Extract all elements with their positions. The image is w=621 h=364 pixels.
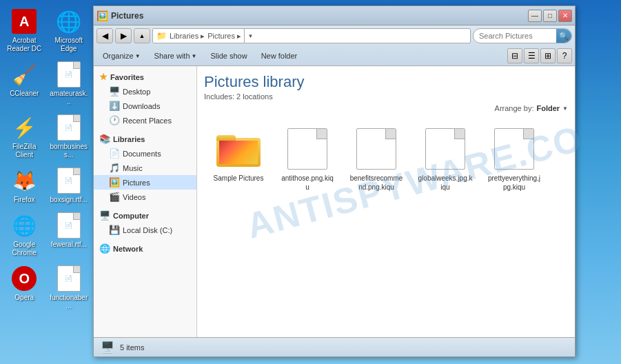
- desktop: A Acrobat Reader DC 🌐 Microsoft Edge 🧹 C…: [0, 0, 93, 364]
- address-bar-icon: 📁: [156, 31, 167, 41]
- desktop-icon-chrome[interactable]: 🌐 Google Chrome: [3, 210, 45, 260]
- file-item-sample-pictures[interactable]: Sample Pictures: [207, 123, 269, 195]
- file-item-antithose[interactable]: antithose.png.kiqu: [276, 123, 338, 195]
- desktop-icon-bornbusiness[interactable]: 📄 bornbusiness...: [48, 112, 90, 162]
- feweral-icon: 📄: [56, 212, 82, 239]
- library-subtitle: Includes: 2 locations: [204, 92, 568, 101]
- filezilla-label: FileZilla Client: [5, 143, 44, 159]
- view-details-button[interactable]: ☰: [524, 48, 539, 63]
- desktop-icon-ccleaner[interactable]: 🧹 CCleaner: [3, 59, 45, 109]
- desktop-icon-boxsign[interactable]: 📄 boxsign.rtf...: [48, 165, 90, 207]
- feweral-label: feweral.rtf...: [51, 241, 87, 249]
- sidebar-item-documents[interactable]: 📄 Documents: [94, 146, 196, 161]
- favorites-header[interactable]: ★ Favorites: [94, 70, 196, 84]
- sidebar-recent-label: Recent Places: [123, 117, 172, 125]
- chrome-icon: 🌐: [11, 212, 37, 239]
- share-with-button[interactable]: Share with ▼: [148, 50, 203, 62]
- window-icon: 🖼️: [96, 10, 108, 21]
- new-folder-button[interactable]: New folder: [255, 50, 304, 62]
- desktop-icon-acrobat[interactable]: A Acrobat Reader DC: [3, 6, 45, 56]
- view-small-icon-button[interactable]: ⊟: [507, 48, 522, 63]
- address-bar[interactable]: 📁 Libraries ▸ Pictures ▸ ▼: [152, 28, 471, 43]
- file-item-benefitsrecommend[interactable]: benefitsrecommend.png.kiqu: [345, 123, 407, 195]
- antithose-label: antithose.png.kiqu: [280, 174, 335, 192]
- boxsign-icon: 📄: [56, 168, 82, 194]
- sidebar-item-localc[interactable]: 💾 Local Disk (C:): [94, 223, 196, 237]
- pictures-nav-icon: 🖼️: [109, 177, 120, 188]
- view-large-icon-button[interactable]: ⊞: [540, 48, 556, 63]
- search-area: 🔍: [473, 28, 572, 43]
- benefitsrecommend-file-icon: [352, 126, 400, 171]
- functionaber-icon: 📄: [56, 265, 82, 292]
- search-input[interactable]: [474, 32, 556, 40]
- bornbusiness-icon: 📄: [56, 114, 82, 141]
- prettyeverything-label: prettyeverything.jpg.kiqu: [487, 174, 542, 192]
- desktop-icon-firefox[interactable]: 🦊 Firefox: [3, 165, 45, 207]
- arrange-by-value[interactable]: Folder: [536, 104, 560, 112]
- file-item-globalweeks[interactable]: globalweeks.jpg.kiqu: [414, 123, 476, 195]
- sidebar: ★ Favorites 🖥️ Desktop ⬇️ Downloads 🕐 Re…: [94, 66, 197, 337]
- generic-file-pretty: [494, 128, 534, 170]
- desktop-icon-feweral[interactable]: 📄 feweral.rtf...: [48, 210, 90, 260]
- sidebar-item-music[interactable]: 🎵 Music: [94, 161, 196, 175]
- forward-button[interactable]: ▶: [115, 28, 132, 43]
- maximize-button[interactable]: □: [543, 10, 557, 22]
- address-pictures: Pictures ▸: [207, 32, 241, 41]
- favorites-label: Favorites: [110, 73, 144, 81]
- sidebar-pictures-label: Pictures: [123, 179, 150, 187]
- up-button[interactable]: ▲: [134, 28, 150, 43]
- acrobat-icon: A: [11, 8, 37, 34]
- sample-pictures-label: Sample Pictures: [214, 174, 264, 183]
- opera-icon: O: [11, 265, 37, 292]
- amateurask-label: amateurask...: [50, 90, 89, 106]
- slide-show-label: Slide show: [210, 52, 247, 60]
- network-header[interactable]: 🌐 Network: [94, 241, 196, 256]
- organize-dropdown-icon: ▼: [135, 53, 141, 59]
- generic-file-global: [425, 128, 465, 170]
- arrange-dropdown-icon[interactable]: ▼: [562, 105, 568, 112]
- back-button[interactable]: ◀: [96, 28, 113, 43]
- close-button[interactable]: ✕: [558, 10, 572, 22]
- benefitsrecommend-label: benefitsrecommend.png.kiqu: [349, 174, 404, 192]
- address-dropdown-button[interactable]: ▼: [244, 28, 256, 43]
- sidebar-music-label: Music: [123, 164, 143, 172]
- bornbusiness-label: bornbusiness...: [50, 143, 89, 159]
- help-button[interactable]: ?: [557, 48, 572, 63]
- sidebar-item-desktop[interactable]: 🖥️ Desktop: [94, 84, 196, 99]
- desktop-icon-functionaber[interactable]: 📄 functionaber...: [48, 263, 90, 313]
- music-nav-icon: 🎵: [109, 163, 120, 173]
- search-button[interactable]: 🔍: [556, 28, 571, 43]
- generic-file-antithose: [287, 128, 327, 170]
- organize-label: Organize: [103, 52, 134, 60]
- desktop-icon-opera[interactable]: O Opera: [3, 263, 45, 313]
- sidebar-downloads-label: Downloads: [123, 102, 160, 110]
- sidebar-documents-label: Documents: [123, 150, 161, 158]
- computer-header[interactable]: 🖥️ Computer: [94, 208, 196, 223]
- computer-icon: 🖥️: [99, 210, 110, 221]
- downloads-nav-icon: ⬇️: [109, 101, 120, 111]
- share-dropdown-icon: ▼: [192, 53, 197, 59]
- sidebar-item-downloads[interactable]: ⬇️ Downloads: [94, 99, 196, 113]
- firefox-label: Firefox: [14, 196, 35, 204]
- slide-show-button[interactable]: Slide show: [204, 50, 253, 62]
- libraries-label: Libraries: [113, 135, 145, 143]
- arrange-bar: Arrange by: Folder ▼: [204, 104, 568, 112]
- file-item-prettyeverything[interactable]: prettyeverything.jpg.kiqu: [483, 123, 545, 195]
- localc-nav-icon: 💾: [109, 225, 120, 235]
- sidebar-item-recent-places[interactable]: 🕐 Recent Places: [94, 113, 196, 128]
- edge-icon: 🌐: [56, 8, 82, 34]
- functionaber-label: functionaber...: [50, 294, 89, 310]
- recent-places-nav-icon: 🕐: [109, 115, 120, 125]
- desktop-icon-amateurask[interactable]: 📄 amateurask...: [48, 59, 90, 109]
- organize-button[interactable]: Organize ▼: [96, 50, 147, 62]
- libraries-header[interactable]: 📚 Libraries: [94, 132, 196, 146]
- minimize-button[interactable]: —: [528, 10, 542, 22]
- sidebar-localc-label: Local Disk (C:): [123, 226, 172, 234]
- desktop-nav-icon: 🖥️: [109, 86, 120, 97]
- new-folder-label: New folder: [261, 52, 298, 60]
- sidebar-item-videos[interactable]: 🎬 Videos: [94, 190, 196, 204]
- prettyeverything-file-icon: [490, 126, 538, 171]
- desktop-icon-edge[interactable]: 🌐 Microsoft Edge: [48, 6, 90, 56]
- sidebar-item-pictures[interactable]: 🖼️ Pictures: [94, 175, 196, 190]
- desktop-icon-filezilla[interactable]: ⚡ FileZilla Client: [3, 112, 45, 162]
